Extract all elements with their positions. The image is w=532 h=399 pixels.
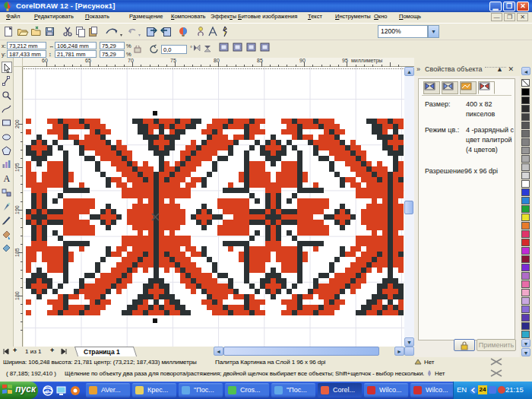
svg-text:A: A [4,173,11,183]
svg-text:e: e [46,386,49,395]
